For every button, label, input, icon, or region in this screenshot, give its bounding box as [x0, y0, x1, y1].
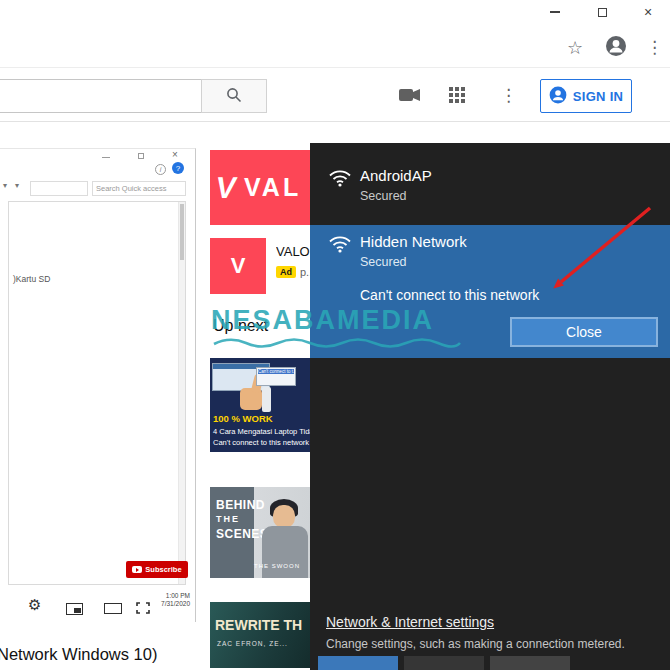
chevron-down-icon: ▾	[15, 181, 19, 190]
airplane-mode-tile[interactable]	[404, 656, 484, 670]
thumbnail-text: SCENES	[216, 527, 268, 541]
suggested-video-thumbnail[interactable]: Can't connect to t... 100 % WORK 4 Cara …	[210, 358, 310, 452]
site-header: ⋮ SIGN IN	[0, 68, 670, 122]
sign-in-button[interactable]: SIGN IN	[540, 79, 632, 113]
wifi-icon	[328, 235, 352, 257]
thumbnail-title-line1: 4 Cara Mengatasi Laptop Tidak bi	[213, 427, 310, 436]
thumbnail-text: THE	[216, 514, 240, 524]
wifi-icon	[328, 169, 352, 191]
network-settings-description: Change settings, such as making a connec…	[326, 637, 625, 651]
network-settings-link[interactable]: Network & Internet settings	[326, 614, 494, 630]
bookmark-star-icon[interactable]: ☆	[567, 37, 583, 59]
browser-titlebar: ×	[0, 0, 670, 24]
thumbnail-title-line2: Can't connect to this network Pad...	[213, 438, 310, 447]
person-body	[262, 526, 308, 578]
clock-date: 7/31/2020	[150, 600, 190, 608]
chevron-down-icon: ▾	[3, 181, 7, 190]
window-maximize-button[interactable]	[584, 0, 620, 24]
network-status: Secured	[360, 255, 407, 269]
player-settings-gear-icon[interactable]: ⚙	[28, 596, 41, 614]
thumbnail-badge: 100 % WORK	[213, 413, 273, 424]
recorded-window-close-icon: ×	[172, 149, 178, 160]
explorer-quick-search: Search Quick access	[92, 181, 186, 196]
suggested-video-thumbnail[interactable]: BEHIND THE SCENES THE SWOON	[210, 487, 310, 578]
window-close-button[interactable]: ×	[630, 0, 666, 24]
explorer-pane: )Kartu SD	[8, 201, 186, 585]
video-player[interactable]: × i ? ▾ ▾ Search Quick access )Kartu SD …	[0, 148, 196, 622]
ad-banner-thumbnail[interactable]: V VAL	[210, 150, 310, 225]
fullscreen-icon[interactable]	[136, 600, 150, 618]
thumbnail-text: BEHIND	[216, 498, 265, 512]
wifi-quick-action-tile[interactable]	[318, 656, 398, 670]
watermark-wave-icon	[212, 334, 462, 354]
recorded-window-maximize-icon	[138, 153, 144, 159]
account-icon	[549, 86, 567, 107]
browser-toolbar: ☆ ⋮	[0, 24, 670, 68]
ad-square-thumbnail[interactable]: V	[210, 238, 266, 294]
watermark-text: NESABAMEDIA	[211, 305, 434, 336]
network-status: Secured	[360, 189, 407, 203]
valorant-logo-icon: V	[213, 171, 239, 205]
maximize-icon	[598, 8, 607, 17]
person-head	[273, 505, 295, 528]
thumbnail-subtitle: ZAC EFRON, ZE...	[217, 640, 288, 647]
screen: × ☆ ⋮ ⋮ SIGN IN × i	[0, 0, 670, 670]
video-camera-icon[interactable]	[399, 87, 421, 107]
profile-avatar-icon[interactable]	[605, 35, 627, 57]
recorded-window-minimize-icon	[102, 157, 110, 158]
network-name: AndroidAP	[360, 167, 432, 184]
apps-grid-icon[interactable]	[449, 87, 465, 103]
clock-time: 1:00 PM	[150, 592, 190, 600]
theater-mode-icon[interactable]	[104, 603, 122, 614]
red-arrow-annotation	[535, 200, 670, 304]
scrollbar-thumb	[180, 204, 184, 260]
channel-logo-text: THE SWOON	[254, 563, 300, 569]
folder-label: )Kartu SD	[13, 274, 50, 284]
explorer-scrollbar	[178, 202, 185, 584]
mobile-hotspot-tile[interactable]	[490, 656, 570, 670]
ad-title[interactable]: VALO...	[276, 244, 310, 259]
explorer-address-bar	[30, 181, 88, 196]
valorant-logo-icon: V	[231, 253, 246, 279]
apps-grid-dots	[449, 87, 453, 91]
header-menu-icon[interactable]: ⋮	[500, 85, 517, 106]
subscribe-label: Subscribe	[145, 565, 181, 574]
mock-popup: Can't connect to t...	[256, 367, 296, 386]
sign-in-label: SIGN IN	[573, 89, 624, 104]
mock-popup-text: Can't connect to t...	[258, 369, 294, 374]
thumbnail-title: REWRITE TH	[215, 617, 302, 633]
subscribe-button[interactable]: Subscribe	[126, 561, 188, 578]
search-input[interactable]	[0, 79, 202, 113]
close-button[interactable]: Close	[510, 317, 658, 347]
recorded-taskbar-clock: 1:00 PM 7/31/2020	[150, 592, 190, 608]
connection-error-message: Can't connect to this network	[360, 287, 539, 303]
network-name: Hidden Network	[360, 233, 467, 250]
page-title: Network Windows 10)	[0, 645, 157, 664]
ad-banner-text: VAL	[244, 173, 301, 202]
minimize-icon	[550, 11, 560, 13]
help-icon: ?	[172, 162, 184, 174]
suggested-video-thumbnail[interactable]: REWRITE TH ZAC EFRON, ZE...	[210, 602, 310, 668]
info-icon: i	[155, 164, 166, 175]
search-icon	[226, 87, 242, 106]
search-button[interactable]	[201, 79, 267, 113]
window-minimize-button[interactable]	[537, 0, 573, 24]
youtube-logo-icon	[132, 566, 142, 573]
browser-menu-icon[interactable]: ⋮	[646, 37, 663, 58]
close-icon: ×	[644, 4, 652, 20]
ad-badge: Ad	[276, 266, 296, 278]
miniplayer-icon[interactable]	[66, 603, 83, 615]
